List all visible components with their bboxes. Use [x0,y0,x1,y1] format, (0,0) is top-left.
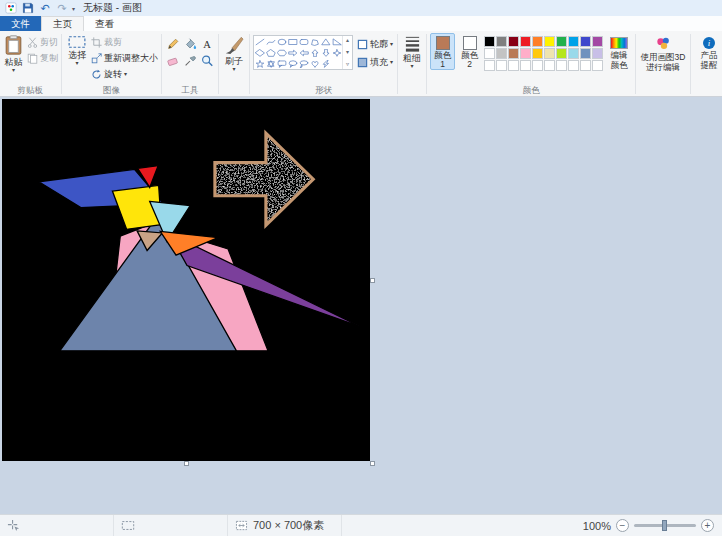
brushes-button[interactable]: 刷子 ▾ [222,33,246,72]
color2-button[interactable]: 颜色2 [457,33,482,70]
copy-button[interactable]: 复制 [27,52,58,65]
shapes-scroll-down-icon[interactable]: ▾ [346,49,349,56]
cut-button[interactable]: 剪切 [27,36,58,49]
palette-color-r3-c1[interactable] [484,60,495,71]
shape-fill-button[interactable]: 填充 ▾ [357,56,393,69]
shape-pentagon[interactable] [265,47,276,58]
ribbon-separator [61,34,62,94]
rotate-button[interactable]: 旋转 ▾ [91,68,158,81]
edit-colors-button[interactable]: 编辑颜色 [606,33,632,70]
palette-color-r1-c5[interactable] [532,36,543,47]
palette-color-r2-c3[interactable] [508,48,519,59]
palette-color-r1-c2[interactable] [496,36,507,47]
tab-home[interactable]: 主页 [41,16,84,31]
shape-four-point-star[interactable] [331,47,342,58]
shape-cloud-callout[interactable] [298,58,309,69]
shapes-scroll-up-icon[interactable]: ▴ [346,37,349,44]
paint-canvas[interactable] [2,99,370,461]
paint3d-group: 使用画图3D进行编辑 [637,32,689,96]
palette-color-r1-c4[interactable] [520,36,531,47]
palette-color-r3-c6[interactable] [544,60,555,71]
quick-access-dropdown[interactable]: ▾ [72,5,75,12]
save-button[interactable] [21,1,35,15]
palette-color-r3-c2[interactable] [496,60,507,71]
shape-arrow-left[interactable] [298,47,309,58]
crop-button[interactable]: 裁剪 [91,36,158,49]
palette-color-r3-c10[interactable] [592,60,603,71]
canvas-resize-handle-corner[interactable] [370,461,375,466]
palette-color-r2-c9[interactable] [580,48,591,59]
palette-color-r3-c9[interactable] [580,60,591,71]
palette-color-r1-c8[interactable] [568,36,579,47]
palette-color-r2-c8[interactable] [568,48,579,59]
shape-hexagon[interactable] [276,47,287,58]
resize-button[interactable]: 重新调整大小 [91,52,158,65]
product-alerts-button[interactable]: i 产品提醒 [694,33,722,70]
shape-five-point-star[interactable] [254,58,265,69]
tab-view[interactable]: 查看 [84,16,125,31]
shape-line[interactable] [254,36,265,47]
outline-dropdown-caret: ▾ [390,42,393,47]
cut-label: 剪切 [40,36,58,49]
undo-button[interactable]: ↶ [38,1,52,15]
palette-color-r2-c4[interactable] [520,48,531,59]
shape-arrow-up[interactable] [309,47,320,58]
palette-color-r1-c7[interactable] [556,36,567,47]
canvas-resize-handle-bottom[interactable] [184,461,189,466]
palette-color-r3-c5[interactable] [532,60,543,71]
brush-icon [224,35,244,55]
shape-oval[interactable] [276,36,287,47]
shape-rounded-callout[interactable] [276,58,287,69]
shape-curve[interactable] [265,36,276,47]
shape-arrow-down[interactable] [320,47,331,58]
canvas-resize-handle-right[interactable] [370,278,375,283]
palette-color-r1-c3[interactable] [508,36,519,47]
shape-right-triangle[interactable] [331,36,342,47]
palette-color-r2-c2[interactable] [496,48,507,59]
magnifier-tool-button[interactable] [199,53,215,69]
paste-button[interactable]: 粘贴 ▾ [2,33,25,73]
palette-color-r2-c7[interactable] [556,48,567,59]
text-tool-button[interactable]: A [199,36,215,52]
palette-color-r2-c5[interactable] [532,48,543,59]
shape-arrow-right[interactable] [287,47,298,58]
tab-file[interactable]: 文件 [0,16,41,31]
redo-button[interactable]: ↷ [55,1,69,15]
shape-rounded-rectangle[interactable] [298,36,309,47]
shape-six-point-star[interactable] [265,58,276,69]
shape-rectangle[interactable] [287,36,298,47]
palette-color-r3-c7[interactable] [556,60,567,71]
zoom-slider-thumb[interactable] [662,520,667,531]
eraser-tool-button[interactable] [165,53,181,69]
paint3d-button[interactable]: 使用画图3D进行编辑 [639,33,687,72]
palette-color-r2-c10[interactable] [592,48,603,59]
zoom-out-button[interactable]: − [616,519,629,532]
zoom-slider[interactable] [634,524,696,527]
palette-color-r1-c6[interactable] [544,36,555,47]
pencil-tool-button[interactable] [165,36,181,52]
palette-color-r2-c1[interactable] [484,48,495,59]
six-point-star-icon [266,60,276,68]
palette-color-r1-c1[interactable] [484,36,495,47]
picker-tool-button[interactable] [182,53,198,69]
fill-tool-button[interactable] [182,36,198,52]
palette-color-r2-c6[interactable] [544,48,555,59]
shape-diamond[interactable] [254,47,265,58]
size-button[interactable]: 粗细 ▾ [401,33,423,69]
shape-oval-callout[interactable] [287,58,298,69]
color1-button[interactable]: 颜色1 [430,33,455,70]
shape-triangle[interactable] [320,36,331,47]
shape-polygon[interactable] [309,36,320,47]
shape-outline-button[interactable]: 轮廓 ▾ [357,38,393,51]
select-button[interactable]: 选择 ▾ [65,33,89,66]
zoom-in-button[interactable]: + [701,519,714,532]
palette-color-r3-c8[interactable] [568,60,579,71]
palette-color-r1-c9[interactable] [580,36,591,47]
palette-color-r1-c10[interactable] [592,36,603,47]
shape-heart[interactable] [309,58,320,69]
shape-lightning[interactable] [320,58,331,69]
palette-color-r3-c3[interactable] [508,60,519,71]
shapes-gallery-expand-icon[interactable]: ▿ [346,61,349,68]
palette-color-r3-c4[interactable] [520,60,531,71]
ribbon-separator [161,34,162,94]
